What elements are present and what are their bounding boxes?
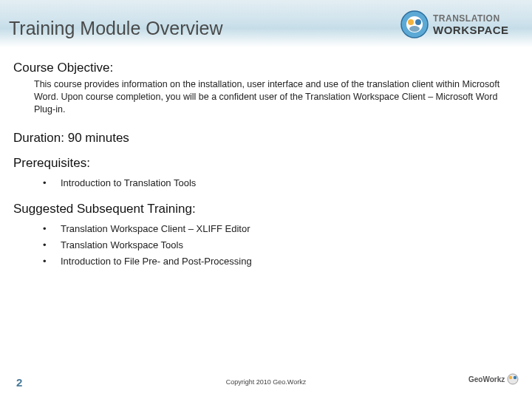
brand-text: TRANSLATION WORKSPACE — [433, 12, 522, 37]
objective-text: This course provides information on the … — [34, 78, 510, 116]
brand-logo: TRANSLATION WORKSPACE — [400, 10, 522, 38]
objective-heading: Course Objective: — [13, 61, 519, 75]
content-area: Course Objective: This course provides i… — [0, 44, 532, 270]
svg-point-6 — [509, 376, 512, 379]
header-band: Training Module Overview TRANSLATION WOR… — [0, 0, 532, 47]
prereq-list: Introduction to Translation Tools — [43, 175, 519, 191]
svg-point-5 — [508, 374, 518, 384]
suggested-list: Translation Workspace Client – XLIFF Edi… — [43, 221, 519, 270]
list-item: Introduction to Translation Tools — [43, 175, 519, 191]
slide-title: Training Module Overview — [9, 18, 222, 39]
suggested-heading: Suggested Subsequent Training: — [13, 202, 519, 216]
list-item: Translation Workspace Client – XLIFF Edi… — [43, 221, 519, 237]
svg-point-7 — [514, 376, 516, 379]
svg-point-3 — [415, 19, 421, 25]
brand-top: TRANSLATION — [433, 13, 500, 24]
footer: 2 Copyright 2010 Geo.Workz GeoWorkz — [0, 369, 532, 392]
duration-line: Duration: 90 minutes — [13, 131, 519, 146]
svg-point-2 — [408, 19, 414, 25]
list-item: Introduction to File Pre- and Post-Proce… — [43, 253, 519, 270]
workspace-icon — [400, 10, 429, 38]
list-item: Translation Workspace Tools — [43, 237, 519, 253]
copyright-text: Copyright 2010 Geo.Workz — [0, 378, 532, 386]
svg-text:GeoWorkz: GeoWorkz — [468, 375, 505, 383]
footer-logo: GeoWorkz — [468, 372, 520, 389]
prereq-heading: Prerequisites: — [13, 156, 519, 171]
brand-bottom: WORKSPACE — [433, 24, 509, 36]
svg-point-4 — [409, 26, 420, 32]
